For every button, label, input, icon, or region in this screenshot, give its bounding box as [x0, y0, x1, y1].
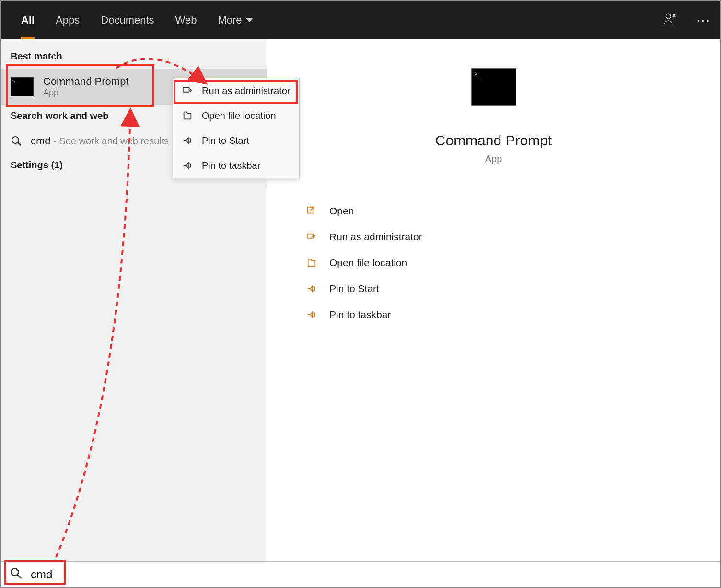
ctx-open-location[interactable]: Open file location — [173, 103, 299, 128]
action-open[interactable]: Open — [305, 198, 701, 224]
context-menu: Run as administrator Open file location … — [173, 78, 300, 178]
cmd-prompt-icon — [11, 77, 34, 96]
preview-subtitle: App — [485, 153, 502, 165]
more-options-icon[interactable]: ··· — [697, 12, 710, 28]
svg-point-6 — [11, 568, 18, 576]
action-run-admin[interactable]: Run as administrator — [305, 224, 701, 250]
action-pin-taskbar[interactable]: Pin to taskbar — [305, 302, 701, 328]
folder-icon — [305, 257, 318, 269]
feedback-icon[interactable] — [663, 12, 677, 29]
pin-taskbar-icon — [182, 160, 193, 171]
action-pin-start-label: Pin to Start — [329, 283, 379, 294]
svg-line-7 — [17, 575, 21, 578]
web-term: cmd — [31, 135, 51, 147]
preview-cmd-icon — [471, 68, 516, 106]
svg-line-2 — [18, 142, 21, 145]
search-filter-tabs: All Apps Documents Web More ··· — [1, 1, 720, 39]
ctx-pin-task-label: Pin to taskbar — [202, 160, 260, 171]
ctx-open-loc-label: Open file location — [202, 110, 276, 121]
tab-documents[interactable]: Documents — [90, 1, 164, 39]
chevron-down-icon — [246, 18, 253, 22]
tab-all[interactable]: All — [11, 1, 45, 39]
web-result-text: cmd - See work and web results — [31, 135, 169, 147]
tab-more-label: More — [218, 14, 242, 26]
search-icon — [11, 135, 22, 147]
ctx-run-admin-label: Run as administrator — [202, 85, 291, 96]
search-bar — [1, 561, 720, 587]
tab-documents-label: Documents — [101, 14, 154, 26]
ctx-pin-start-label: Pin to Start — [202, 135, 249, 146]
shield-icon — [182, 85, 193, 96]
action-run-admin-label: Run as administrator — [329, 231, 422, 243]
tab-web[interactable]: Web — [165, 1, 208, 39]
action-pin-task-label: Pin to taskbar — [329, 309, 391, 320]
ctx-run-admin[interactable]: Run as administrator — [173, 78, 299, 103]
shield-icon — [305, 231, 318, 243]
open-icon — [305, 205, 318, 217]
web-desc: - See work and web results — [51, 136, 169, 146]
svg-point-1 — [12, 137, 19, 143]
folder-icon — [182, 110, 193, 121]
search-icon — [10, 567, 22, 582]
tab-apps-label: Apps — [56, 14, 80, 26]
ctx-pin-start[interactable]: Pin to Start — [173, 128, 299, 153]
pin-start-icon — [305, 282, 318, 295]
pin-start-icon — [182, 135, 193, 146]
action-open-label: Open — [329, 205, 354, 217]
tab-all-label: All — [21, 14, 35, 26]
svg-point-0 — [666, 14, 671, 19]
preview-panel: Command Prompt App Open Run as administr… — [267, 39, 720, 561]
action-open-location[interactable]: Open file location — [305, 250, 701, 276]
tab-more[interactable]: More — [207, 1, 263, 39]
action-pin-start[interactable]: Pin to Start — [305, 276, 701, 302]
search-input[interactable] — [31, 568, 711, 581]
tab-web-label: Web — [175, 14, 197, 26]
preview-title: Command Prompt — [435, 132, 552, 149]
ctx-pin-taskbar[interactable]: Pin to taskbar — [173, 153, 299, 178]
svg-rect-5 — [183, 88, 189, 92]
search-results-main: Best match Command Prompt App Search wor… — [1, 39, 720, 561]
action-open-loc-label: Open file location — [329, 257, 407, 269]
preview-actions: Open Run as administrator Open file loca… — [286, 198, 701, 328]
tab-apps[interactable]: Apps — [45, 1, 90, 39]
best-match-header: Best match — [1, 45, 267, 69]
pin-taskbar-icon — [305, 308, 318, 321]
